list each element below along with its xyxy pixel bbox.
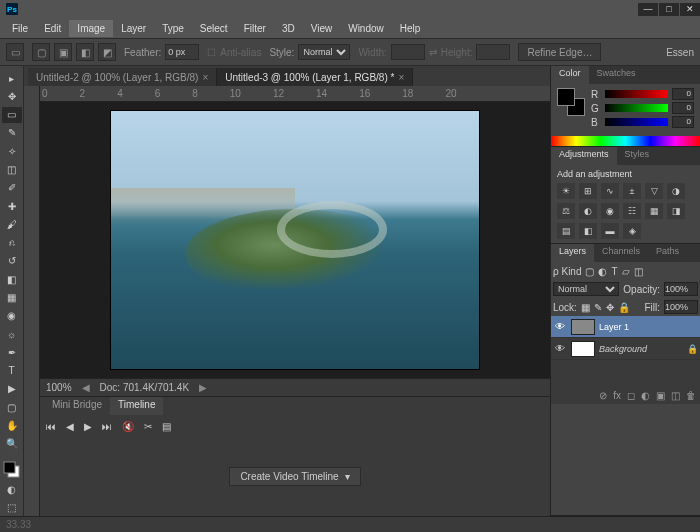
layer-thumbnail[interactable] bbox=[571, 341, 595, 357]
new-group-icon[interactable]: ▣ bbox=[656, 390, 665, 401]
menu-type[interactable]: Type bbox=[154, 20, 192, 37]
color-swatches[interactable] bbox=[557, 88, 585, 116]
layer-row-1[interactable]: 👁Background🔒 bbox=[551, 338, 700, 360]
layer-mask-icon[interactable]: ◻ bbox=[627, 390, 635, 401]
menu-3d[interactable]: 3D bbox=[274, 20, 303, 37]
workspace-switcher[interactable]: Essen bbox=[660, 47, 700, 58]
posterize-icon[interactable]: ▤ bbox=[557, 223, 575, 239]
move-tool[interactable]: ✥ bbox=[2, 88, 22, 104]
opacity-input[interactable] bbox=[664, 282, 698, 296]
filter-type-icon[interactable]: T bbox=[611, 266, 617, 277]
menu-view[interactable]: View bbox=[303, 20, 341, 37]
lock-pixels-icon[interactable]: ✎ bbox=[594, 302, 602, 313]
document-tab-1[interactable]: Untitled-3 @ 100% (Layer 1, RGB/8) *× bbox=[217, 68, 413, 86]
document-tab-0[interactable]: Untitled-2 @ 100% (Layer 1, RGB/8)× bbox=[28, 68, 217, 86]
photo-filter-icon[interactable]: ◉ bbox=[601, 203, 619, 219]
channel-value-r[interactable]: 0 bbox=[672, 88, 694, 100]
channel-value-g[interactable]: 0 bbox=[672, 102, 694, 114]
feather-input[interactable] bbox=[165, 44, 199, 60]
crop-tool[interactable]: ◫ bbox=[2, 161, 22, 177]
bottom-tab-timeline[interactable]: Timeline bbox=[110, 397, 163, 415]
color-spectrum[interactable] bbox=[551, 136, 700, 146]
exposure-icon[interactable]: ± bbox=[623, 183, 641, 199]
panel-tab-layers[interactable]: Layers bbox=[551, 244, 594, 262]
marquee-tool[interactable]: ▭ bbox=[2, 107, 22, 123]
panel-tab-paths[interactable]: Paths bbox=[648, 244, 687, 262]
split-icon[interactable]: ✂ bbox=[144, 421, 152, 432]
menu-window[interactable]: Window bbox=[340, 20, 392, 37]
lasso-tool[interactable]: ✎ bbox=[2, 125, 22, 141]
channel-mixer-icon[interactable]: ☷ bbox=[623, 203, 641, 219]
create-video-timeline-button[interactable]: Create Video Timeline ▾ bbox=[229, 467, 360, 486]
layer-row-0[interactable]: 👁Layer 1 bbox=[551, 316, 700, 338]
dodge-tool[interactable]: ☼ bbox=[2, 326, 22, 342]
panel-tab-channels[interactable]: Channels bbox=[594, 244, 648, 262]
channel-slider-b[interactable] bbox=[605, 118, 668, 126]
filter-shape-icon[interactable]: ▱ bbox=[622, 266, 630, 277]
path-selection-tool[interactable]: ▶ bbox=[2, 381, 22, 397]
tool-preset-icon[interactable]: ▭ bbox=[6, 43, 24, 61]
bottom-tab-mini-bridge[interactable]: Mini Bridge bbox=[44, 397, 110, 415]
panel-tab-swatches[interactable]: Swatches bbox=[589, 66, 644, 84]
dropdown-icon[interactable]: ▾ bbox=[345, 471, 350, 482]
filter-smart-icon[interactable]: ◫ bbox=[634, 266, 643, 277]
lock-position-icon[interactable]: ✥ bbox=[606, 302, 614, 313]
new-layer-icon[interactable]: ◫ bbox=[671, 390, 680, 401]
clone-stamp-tool[interactable]: ⎌ bbox=[2, 235, 22, 251]
foreground-background-swatch[interactable] bbox=[2, 461, 22, 479]
channel-slider-r[interactable] bbox=[605, 90, 668, 98]
zoom-level[interactable]: 100% bbox=[46, 382, 72, 393]
shape-tool[interactable]: ▢ bbox=[2, 399, 22, 415]
link-layers-icon[interactable]: ⊘ bbox=[599, 390, 607, 401]
levels-icon[interactable]: ⊞ bbox=[579, 183, 597, 199]
fill-input[interactable] bbox=[664, 300, 698, 314]
lock-transparent-icon[interactable]: ▦ bbox=[581, 302, 590, 313]
filter-adjustment-icon[interactable]: ◐ bbox=[598, 266, 607, 277]
hue-saturation-icon[interactable]: ◑ bbox=[667, 183, 685, 199]
new-selection-icon[interactable]: ▢ bbox=[32, 43, 50, 61]
healing-brush-tool[interactable]: ✚ bbox=[2, 198, 22, 214]
threshold-icon[interactable]: ◧ bbox=[579, 223, 597, 239]
layer-visibility-icon[interactable]: 👁 bbox=[553, 343, 567, 354]
maximize-button[interactable]: □ bbox=[659, 3, 679, 16]
magic-wand-tool[interactable]: ✧ bbox=[2, 143, 22, 159]
menu-edit[interactable]: Edit bbox=[36, 20, 69, 37]
close-tab-icon[interactable]: × bbox=[398, 72, 404, 83]
quick-mask-toggle[interactable]: ◐ bbox=[2, 481, 22, 497]
layer-style-icon[interactable]: fx bbox=[613, 390, 621, 401]
canvas[interactable] bbox=[40, 102, 550, 378]
brightness-contrast-icon[interactable]: ☀ bbox=[557, 183, 575, 199]
hand-tool[interactable]: ✋ bbox=[2, 417, 22, 433]
panel-tab-adjustments[interactable]: Adjustments bbox=[551, 147, 617, 165]
screen-mode-toggle[interactable]: ⬚ bbox=[2, 500, 22, 516]
history-brush-tool[interactable]: ↺ bbox=[2, 253, 22, 269]
add-selection-icon[interactable]: ▣ bbox=[54, 43, 72, 61]
eraser-tool[interactable]: ◧ bbox=[2, 271, 22, 287]
minimize-button[interactable]: — bbox=[638, 3, 658, 16]
lock-all-icon[interactable]: 🔒 bbox=[618, 302, 630, 313]
eyedropper-tool[interactable]: ✐ bbox=[2, 180, 22, 196]
style-select[interactable]: Normal bbox=[298, 44, 350, 60]
panel-tab-color[interactable]: Color bbox=[551, 66, 589, 84]
audio-mute-icon[interactable]: 🔇 bbox=[122, 421, 134, 432]
menu-image[interactable]: Image bbox=[69, 20, 113, 37]
channel-value-b[interactable]: 0 bbox=[672, 116, 694, 128]
invert-icon[interactable]: ◨ bbox=[667, 203, 685, 219]
prev-frame-icon[interactable]: ◀ bbox=[66, 421, 74, 432]
menu-layer[interactable]: Layer bbox=[113, 20, 154, 37]
filter-pixel-icon[interactable]: ▢ bbox=[585, 266, 594, 277]
close-button[interactable]: ✕ bbox=[680, 3, 700, 16]
gradient-tool[interactable]: ▦ bbox=[2, 289, 22, 305]
blend-mode-select[interactable]: Normal bbox=[553, 282, 619, 296]
pen-tool[interactable]: ✒ bbox=[2, 344, 22, 360]
refine-edge-button[interactable]: Refine Edge… bbox=[518, 43, 601, 61]
layer-thumbnail[interactable] bbox=[571, 319, 595, 335]
type-tool[interactable]: T bbox=[2, 363, 22, 379]
intersect-selection-icon[interactable]: ◩ bbox=[98, 43, 116, 61]
layer-visibility-icon[interactable]: 👁 bbox=[553, 321, 567, 332]
play-icon[interactable]: ▶ bbox=[84, 421, 92, 432]
selective-color-icon[interactable]: ◈ bbox=[623, 223, 641, 239]
menu-select[interactable]: Select bbox=[192, 20, 236, 37]
color-balance-icon[interactable]: ⚖ bbox=[557, 203, 575, 219]
layer-name[interactable]: Background bbox=[599, 344, 647, 354]
